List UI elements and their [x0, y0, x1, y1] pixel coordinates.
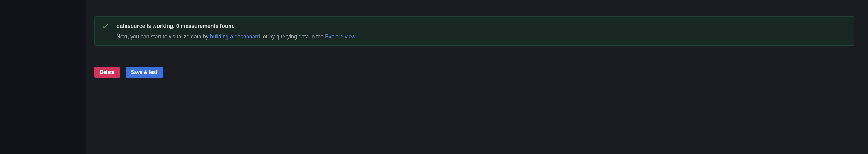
alert-body-mid: , or by querying data in the [260, 34, 325, 40]
explore-view-link[interactable]: Explore view [325, 34, 355, 40]
alert-title: datasource is working. 0 measurements fo… [117, 23, 235, 29]
alert-body-suffix: . [355, 34, 357, 40]
main-content: datasource is working. 0 measurements fo… [86, 0, 868, 154]
delete-button[interactable]: Delete [94, 67, 120, 78]
save-test-button[interactable]: Save & test [126, 67, 163, 78]
action-buttons: Delete Save & test [94, 67, 163, 78]
check-icon [102, 23, 108, 29]
build-dashboard-link[interactable]: building a dashboard [210, 34, 260, 40]
alert-body-prefix: Next, you can start to visualize data by [117, 34, 210, 40]
alert-body: Next, you can start to visualize data by… [102, 34, 847, 40]
success-alert: datasource is working. 0 measurements fo… [94, 16, 854, 46]
alert-header: datasource is working. 0 measurements fo… [102, 23, 847, 29]
sidebar [0, 0, 86, 154]
